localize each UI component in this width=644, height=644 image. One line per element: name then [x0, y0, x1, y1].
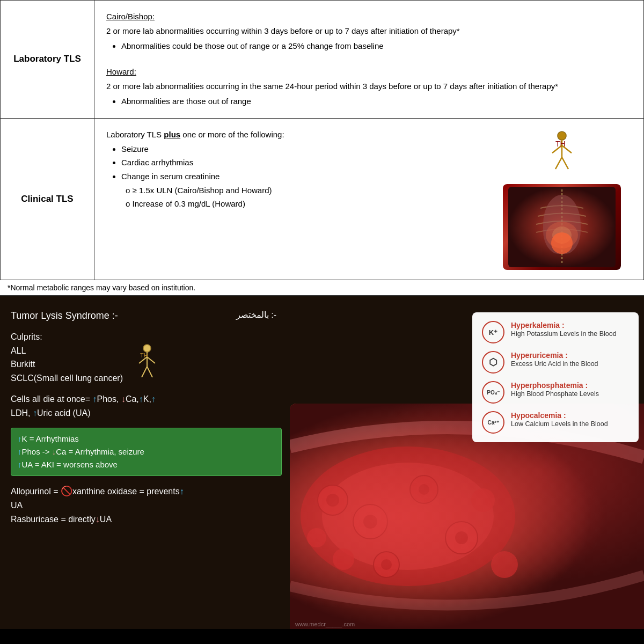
info-item-hyperphosphatemia: PO₄⁻ Hyperphosphatemia : High Blood Phos… [482, 381, 629, 404]
svg-line-15 [142, 367, 147, 377]
svg-point-20 [322, 463, 494, 570]
clinical-bullet-2: Cardiac arrhythmias [121, 156, 487, 169]
svg-line-16 [147, 367, 152, 377]
svg-point-25 [410, 475, 438, 503]
culprit-3: SCLC(Small cell lung cancer) [11, 371, 123, 385]
cairo-text: 2 or more lab abnormalities occurring wi… [106, 26, 460, 35]
clinical-sub-2: Increase of 0.3 mg/dL (Howard) [126, 197, 487, 210]
svg-point-11 [143, 345, 151, 352]
svg-point-23 [353, 504, 387, 539]
info-item-hyperuricemia: ⬡ Hyperuricemia : Excess Uric Acid in th… [482, 351, 629, 374]
bottom-stick-figure: TH [134, 344, 160, 385]
svg-text:TH: TH [140, 352, 148, 358]
footnote: *Normal metabolic ranges may vary based … [0, 280, 644, 295]
hyperkalemia-title: Hyperkalemia : [511, 321, 617, 330]
tls-table: Laboratory TLS Cairo/Bishop: 2 or more l… [0, 0, 644, 280]
clinical-plus: plus [164, 130, 180, 139]
clinical-sub-1: ≥ 1.5x ULN (Cairo/Bishop and Howard) [126, 184, 487, 196]
svg-point-34 [491, 551, 518, 578]
uric-acid-icon: ⬡ [482, 351, 504, 374]
clinical-bullet-1: Seizure [121, 143, 487, 155]
allopurinol-line: Allopurinol = 🚫xanthine oxidase = preven… [11, 484, 282, 499]
hypocalcemia-title: Hypocalcemia : [511, 411, 608, 420]
svg-point-31 [333, 548, 354, 570]
svg-point-21 [318, 485, 348, 515]
hyperuricemia-title: Hyperuricemia : [511, 351, 598, 360]
svg-point-33 [307, 528, 326, 547]
culprits-list: ALL Burkitt SCLC(Small cell lung cancer) [11, 344, 123, 385]
svg-line-5 [562, 157, 568, 169]
calcium-icon: Ca²⁺ [482, 411, 504, 434]
clinical-tls-content: Laboratory TLS plus one or more of the f… [94, 118, 644, 280]
clinical-tls-label: Clinical TLS [1, 118, 94, 280]
allopurinol-line-2: UA [11, 499, 282, 513]
effects-box: ↑K = Arrhythmias ↑Phos -> ↓Ca = Arrhythm… [11, 428, 282, 476]
lab-tls-label: Laboratory TLS [1, 1, 94, 119]
cairo-bullets: Abnormalities could be those out of rang… [121, 40, 632, 52]
svg-point-30 [381, 559, 392, 570]
hyperkalemia-text: Hyperkalemia : High Potassium Levels in … [511, 321, 617, 338]
hyperkalemia-desc: High Potassium Levels in the Blood [511, 330, 617, 338]
clinical-bullets: Seizure Cardiac arrhythmias Change in se… [121, 143, 487, 182]
info-item-hyperkalemia: K⁺ Hyperkalemia : High Potassium Levels … [482, 321, 629, 343]
svg-point-9 [546, 222, 578, 248]
clinical-intro: Laboratory TLS plus one or more of the f… [106, 130, 284, 139]
svg-point-27 [445, 522, 478, 554]
effect-1: ↑K = Arrhythmias [18, 433, 275, 445]
svg-line-4 [555, 157, 562, 169]
svg-point-22 [326, 494, 339, 507]
clinical-row-content: Laboratory TLS plus one or more of the f… [106, 128, 632, 270]
stick-figure-decoration: TH [546, 130, 578, 180]
svg-point-26 [419, 484, 429, 495]
culprits-label: Culprits: [11, 330, 282, 344]
svg-point-29 [374, 552, 399, 577]
body-image-placeholder [503, 184, 621, 270]
hyperuricemia-text: Hyperuricemia : Excess Uric Acid in the … [511, 351, 598, 368]
lab-tls-content: Cairo/Bishop: 2 or more lab abnormalitie… [94, 1, 644, 119]
howard-bullets: Abnormalities are those out of range [121, 95, 632, 107]
lab-tls-row: Laboratory TLS Cairo/Bishop: 2 or more l… [1, 1, 644, 119]
culprits-section: Culprits: ALL Burkitt SCLC(Small cell lu… [11, 330, 282, 385]
howard-title: Howard: [106, 65, 632, 78]
hyperphosphatemia-text: Hyperphosphatemia : High Blood Phosphate… [511, 381, 599, 398]
hyperuricemia-desc: Excess Uric Acid in the Blood [511, 360, 598, 368]
svg-point-24 [363, 515, 377, 529]
bottom-section: Tumor Lysis Syndrome :- بالمختصر :- Culp… [0, 296, 644, 629]
top-section: Laboratory TLS Cairo/Bishop: 2 or more l… [0, 0, 644, 296]
clinical-image-area: TH [492, 128, 632, 270]
culprits-list-row: ALL Burkitt SCLC(Small cell lung cancer)… [11, 344, 282, 385]
treatment-section: Allopurinol = 🚫xanthine oxidase = preven… [11, 484, 282, 526]
cairo-title: Cairo/Bishop: [106, 10, 632, 23]
bottom-right-panel: www.medcr_____.com K⁺ Hyperkalemia : Hig… [292, 296, 644, 629]
hypocalcemia-text: Hypocalcemia : Low Calcium Levels in the… [511, 411, 608, 428]
clinical-tls-row: Clinical TLS Laboratory TLS plus one or … [1, 118, 644, 280]
effect-3: ↑UA = AKI = worsens above [18, 458, 275, 471]
hyperphosphatemia-title: Hyperphosphatemia : [511, 381, 599, 390]
info-item-hypocalcemia: Ca²⁺ Hypocalcemia : Low Calcium Levels i… [482, 411, 629, 434]
info-panel: K⁺ Hyperkalemia : High Potassium Levels … [472, 312, 639, 442]
howard-bullet-1: Abnormalities are those out of range [121, 95, 632, 107]
arabic-subtitle: بالمختصر :- [236, 308, 276, 322]
clinical-sub-bullets: ≥ 1.5x ULN (Cairo/Bishop and Howard) Inc… [126, 184, 487, 210]
culprit-1: ALL [11, 344, 123, 358]
svg-point-32 [471, 488, 495, 512]
phosphate-icon: PO₄⁻ [482, 381, 504, 404]
clinical-bullet-3: Change in serum creatinine [121, 170, 487, 182]
svg-point-0 [558, 131, 566, 140]
svg-text:www.medcr_____.com: www.medcr_____.com [295, 621, 355, 627]
svg-point-19 [301, 447, 515, 586]
hyperphosphatemia-desc: High Blood Phosphate Levels [511, 390, 599, 398]
svg-text:TH: TH [555, 140, 566, 148]
clinical-text: Laboratory TLS plus one or more of the f… [106, 128, 487, 211]
culprit-2: Burkitt [11, 357, 123, 371]
hypocalcemia-desc: Low Calcium Levels in the Blood [511, 420, 608, 428]
bottom-left-panel: Tumor Lysis Syndrome :- بالمختصر :- Culp… [0, 296, 292, 629]
svg-line-14 [147, 357, 155, 363]
cells-line-1: Cells all die at once= ↑Phos, ↓Ca,↑K,↑ [11, 392, 282, 406]
svg-point-10 [552, 226, 572, 244]
effect-2: ↑Phos -> ↓Ca = Arrhythmia, seizure [18, 445, 275, 458]
cells-section: Cells all die at once= ↑Phos, ↓Ca,↑K,↑ L… [11, 392, 282, 420]
svg-point-28 [455, 531, 468, 544]
potassium-icon: K⁺ [482, 321, 504, 343]
howard-text: 2 or more lab abnormalities occurring in… [106, 82, 558, 91]
